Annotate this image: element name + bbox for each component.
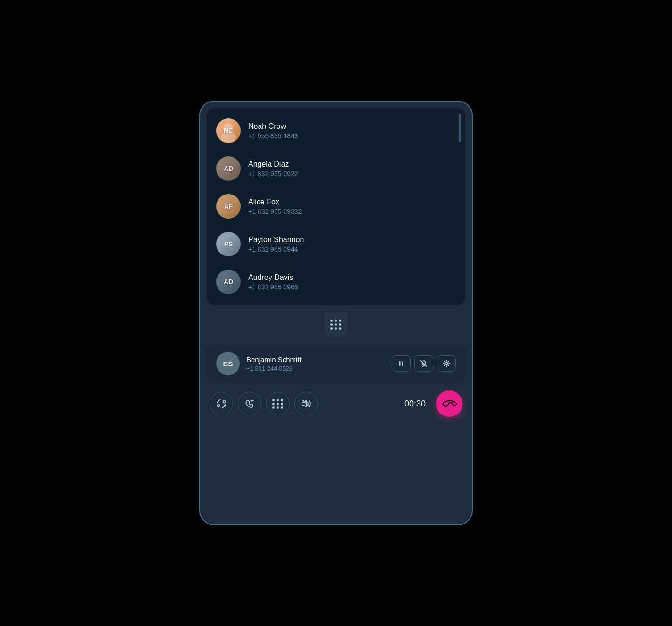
svg-point-5 — [445, 363, 448, 365]
avatar-alice: AF — [216, 194, 241, 219]
contact-phone-audrey: +1 832 955 0966 — [248, 283, 298, 291]
contact-phone-payton: +1 832 955 0944 — [248, 245, 304, 253]
contact-list-panel: NC Noah Crow +1 955 835 1843 AD Angela D… — [207, 108, 465, 305]
contact-name-alice: Alice Fox — [248, 198, 302, 206]
avatar-payton: PS — [216, 232, 241, 256]
end-call-icon — [441, 396, 457, 412]
contact-name-audrey: Audrey Davis — [248, 273, 298, 282]
svg-point-7 — [223, 401, 226, 403]
settings-icon — [443, 360, 450, 367]
caller-details: Benjamin Schmitt +1 831 244 0529 — [246, 355, 302, 372]
contact-info-alice: Alice Fox +1 832 955 09332 — [248, 198, 302, 215]
mute-button[interactable] — [414, 355, 433, 372]
caller-info: BS Benjamin Schmitt +1 831 244 0529 — [216, 352, 302, 375]
contact-item-audrey[interactable]: AD Audrey Davis +1 832 955 0966 — [207, 263, 465, 301]
contact-phone-noah: +1 955 835 1843 — [248, 132, 298, 140]
transfer-button[interactable] — [210, 392, 233, 415]
add-call-icon — [245, 399, 254, 408]
avatar-bs: BS — [216, 352, 240, 375]
contact-item-angela[interactable]: AD Angela Diaz +1 832 955 0922 — [207, 150, 465, 187]
active-call-panel: BS Benjamin Schmitt +1 831 244 0529 — [207, 344, 465, 383]
transfer-icon — [217, 399, 226, 408]
contact-item-noah[interactable]: NC Noah Crow +1 955 835 1843 — [207, 112, 465, 150]
add-call-button[interactable] — [238, 392, 261, 415]
avatar-angela: AD — [216, 156, 241, 181]
speaker-icon — [302, 399, 311, 408]
call-controls-right — [392, 355, 456, 372]
pause-button[interactable] — [392, 355, 411, 372]
svg-rect-2 — [399, 361, 401, 366]
keypad-toggle-button[interactable] — [324, 312, 348, 337]
settings-button[interactable] — [437, 355, 456, 372]
dialpad-icon — [272, 399, 284, 409]
contact-name-noah: Noah Crow — [248, 122, 298, 131]
contact-item-alice[interactable]: AF Alice Fox +1 832 955 09332 — [207, 187, 465, 225]
keypad-section — [200, 305, 472, 344]
caller-number: +1 831 244 0529 — [246, 365, 302, 372]
action-bar: 00:30 — [200, 383, 472, 428]
contact-info-audrey: Audrey Davis +1 832 955 0966 — [248, 273, 298, 291]
contact-phone-angela: +1 832 955 0922 — [248, 170, 298, 178]
mute-icon — [420, 360, 427, 367]
contact-info-noah: Noah Crow +1 955 835 1843 — [248, 122, 298, 140]
avatar-initials: BS — [223, 360, 233, 368]
keypad-icon — [330, 320, 342, 330]
contact-phone-alice: +1 832 955 09332 — [248, 208, 302, 215]
contact-name-angela: Angela Diaz — [248, 160, 298, 169]
svg-point-6 — [218, 405, 220, 407]
avatar-audrey: AD — [216, 270, 241, 294]
caller-row: BS Benjamin Schmitt +1 831 244 0529 — [216, 352, 456, 375]
end-call-button[interactable] — [436, 390, 462, 417]
contact-name-payton: Payton Shannon — [248, 236, 304, 244]
call-timer: 00:30 — [404, 399, 426, 409]
contact-info-angela: Angela Diaz +1 832 955 0922 — [248, 160, 298, 178]
dialpad-button[interactable] — [266, 392, 290, 415]
avatar-noah: NC — [216, 118, 241, 143]
pause-icon — [398, 360, 404, 367]
phone-shell: NC Noah Crow +1 955 835 1843 AD Angela D… — [199, 101, 473, 525]
svg-rect-3 — [402, 361, 404, 366]
contact-item-payton[interactable]: PS Payton Shannon +1 832 955 0944 — [207, 225, 465, 263]
speaker-button[interactable] — [294, 392, 318, 415]
caller-name: Benjamin Schmitt — [246, 355, 302, 364]
contact-info-payton: Payton Shannon +1 832 955 0944 — [248, 236, 304, 253]
